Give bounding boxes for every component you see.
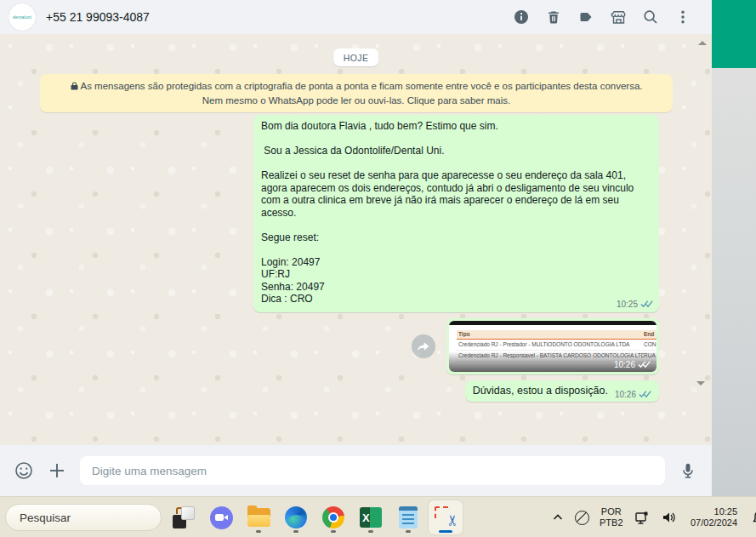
clock-time: 10:25 — [691, 506, 737, 517]
tray-chevron-up-icon[interactable] — [551, 511, 565, 524]
kebab-menu-icon[interactable] — [673, 7, 693, 27]
image-top-bar — [449, 321, 657, 325]
notepad-button[interactable] — [391, 500, 425, 534]
double-check-icon — [640, 300, 653, 308]
taskbar-search-input[interactable] — [6, 505, 170, 530]
tray-bell-icon[interactable] — [751, 509, 756, 526]
image-message-row: Tipo End Credenciado RJ - Prestador - MU… — [412, 318, 659, 374]
message-time: 10:26 — [614, 360, 635, 369]
tray-network-icon[interactable] — [634, 509, 651, 526]
active-indicator — [439, 530, 452, 533]
header-actions — [511, 7, 703, 27]
contact-avatar-logo: dentaluni — [13, 14, 31, 20]
date-chip: HOJE — [333, 49, 379, 66]
file-explorer-icon — [247, 508, 270, 527]
edge-icon — [285, 506, 307, 528]
system-tray: POR PTB2 10:25 07/02/2024 — [551, 497, 756, 537]
lock-icon — [71, 80, 78, 94]
outgoing-message-reset-info: Bom dia doutora Flavia , tudo bem? Estim… — [253, 115, 659, 312]
contact-phone-title[interactable]: +55 21 99093-4087 — [46, 10, 150, 24]
image-table-col2-header: End — [644, 331, 657, 337]
tray-volume-icon[interactable] — [661, 509, 678, 526]
running-indicator — [293, 530, 298, 533]
message-line: Dica : CRO — [261, 293, 612, 306]
message-line: Bom dia doutora Flavia , tudo bem? Estim… — [261, 120, 651, 133]
language-code: POR — [600, 506, 623, 517]
message-line — [261, 133, 651, 146]
whatsapp-window: dentaluni +55 21 99093-4087 — [0, 0, 712, 496]
message-composer — [0, 445, 712, 496]
encryption-notice-text: As mensagens são protegidas com a cripto… — [81, 81, 643, 106]
scrollbar-down-arrow[interactable] — [696, 381, 705, 386]
image-table-header: Tipo End — [457, 330, 657, 340]
image-thumbnail: Tipo End Credenciado RJ - Prestador - MU… — [449, 321, 657, 372]
windows-taskbar: X ✂ POR PTB2 — [0, 496, 756, 537]
message-meta: 10:26 — [615, 390, 651, 399]
message-list: Bom dia doutora Flavia , tudo bem? Estim… — [0, 115, 712, 402]
delete-icon[interactable] — [543, 7, 564, 27]
snipping-tool-icon: ✂ — [434, 506, 458, 529]
double-check-icon — [638, 360, 651, 368]
outgoing-image-message[interactable]: Tipo End Credenciado RJ - Prestador - MU… — [446, 318, 659, 374]
forward-arrow-icon — [417, 340, 430, 352]
contact-avatar[interactable]: dentaluni — [9, 3, 36, 31]
taskbar-search[interactable] — [5, 504, 162, 531]
message-line: Login: 20497 — [261, 256, 651, 269]
chrome-button[interactable] — [316, 500, 350, 534]
message-time: 10:26 — [615, 390, 636, 399]
notepad-icon — [399, 506, 418, 528]
chrome-icon — [322, 506, 344, 528]
keyboard-layout: PTB2 — [600, 517, 623, 528]
chat-header: dentaluni +55 21 99093-4087 — [0, 0, 712, 34]
chat-area: HOJE As mensagens são protegidas com a c… — [0, 34, 712, 445]
excel-button[interactable]: X — [354, 500, 388, 534]
running-indicator — [331, 530, 336, 533]
outgoing-message-closing: Dúvidas, estou a disposição. 10:26 — [465, 380, 659, 402]
task-view-button[interactable] — [167, 500, 201, 534]
message-line: Segue reset: — [261, 231, 651, 244]
taskbar-apps: X ✂ — [167, 500, 463, 534]
search-icon[interactable] — [640, 7, 661, 27]
label-icon[interactable] — [576, 7, 596, 27]
tray-language-indicator[interactable]: POR PTB2 — [600, 506, 623, 528]
background-window-strip — [712, 0, 756, 496]
excel-icon: X — [360, 507, 382, 528]
message-line — [261, 243, 651, 256]
image-table-col1-header: Tipo — [457, 331, 644, 337]
background-window-teal-header — [712, 0, 756, 68]
message-line: Sou a Jessica da Odontolife/Dental Uni. — [261, 145, 651, 157]
message-line: UF:RJ — [261, 268, 651, 281]
message-input[interactable] — [80, 456, 665, 485]
snipping-tool-button[interactable]: ✂ — [429, 500, 463, 534]
running-indicator — [256, 530, 261, 533]
running-indicator — [406, 530, 411, 533]
running-indicator — [368, 530, 373, 533]
scrollbar-up-arrow[interactable] — [698, 41, 707, 45]
zoom-app-icon — [210, 506, 233, 529]
message-time: 10:25 — [617, 300, 638, 309]
message-meta: 10:25 — [617, 300, 653, 309]
emoji-icon[interactable] — [14, 460, 34, 481]
encryption-notice-banner[interactable]: As mensagens são protegidas com a cripto… — [40, 74, 673, 112]
message-line — [261, 157, 651, 170]
message-line: Realizei o seu reset de senha para que a… — [261, 169, 651, 219]
double-check-icon — [639, 390, 651, 398]
clock-date: 07/02/2024 — [691, 517, 737, 528]
tray-clock[interactable]: 10:25 07/02/2024 — [688, 506, 741, 528]
zoom-app-button[interactable] — [204, 500, 238, 534]
file-explorer-button[interactable] — [242, 500, 276, 534]
edge-button[interactable] — [279, 500, 313, 534]
image-table-row: Credenciado RJ - Prestador - MULTIODONTO… — [457, 340, 657, 351]
mic-icon[interactable] — [678, 460, 698, 481]
task-view-icon — [173, 506, 195, 528]
tray-mute-icon[interactable] — [575, 511, 589, 525]
storefront-icon[interactable] — [608, 7, 628, 27]
message-text: Dúvidas, estou a disposição. — [473, 384, 608, 397]
info-icon[interactable] — [511, 7, 531, 27]
forward-button[interactable] — [412, 334, 435, 358]
image-message-meta: 10:26 — [614, 360, 651, 369]
attach-plus-icon[interactable] — [47, 460, 67, 481]
message-line: Senha: 20497 — [261, 281, 651, 294]
message-line — [261, 219, 651, 231]
